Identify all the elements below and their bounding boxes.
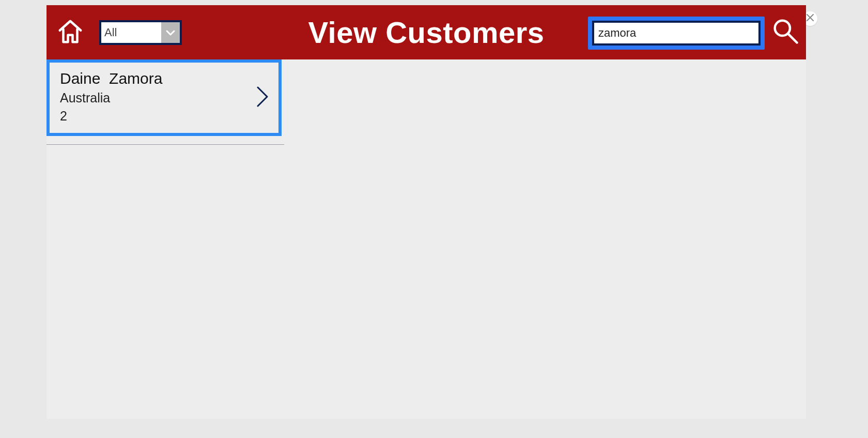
home-button[interactable] xyxy=(56,18,85,47)
svg-line-1 xyxy=(788,34,797,43)
customer-count: 2 xyxy=(60,109,268,124)
chevron-down-icon xyxy=(161,22,180,43)
page-title: View Customers xyxy=(308,15,544,50)
filter-value: All xyxy=(101,26,161,39)
customer-name: Daine Zamora xyxy=(60,70,268,87)
close-icon xyxy=(807,14,814,23)
search-icon xyxy=(771,17,799,47)
search-highlight-wrap xyxy=(588,17,765,50)
chevron-right-icon xyxy=(256,85,270,110)
results-area: Daine Zamora Australia 2 xyxy=(47,59,806,145)
divider xyxy=(47,144,284,145)
customer-card[interactable]: Daine Zamora Australia 2 xyxy=(47,59,282,136)
filter-dropdown[interactable]: All xyxy=(99,20,182,45)
search-button[interactable] xyxy=(770,17,801,48)
home-icon xyxy=(56,18,84,48)
app-container: All View Customers Daine Zamora Australi… xyxy=(47,5,806,419)
search-input[interactable] xyxy=(592,21,761,46)
top-bar: All View Customers xyxy=(47,5,806,59)
customer-country: Australia xyxy=(60,90,268,105)
